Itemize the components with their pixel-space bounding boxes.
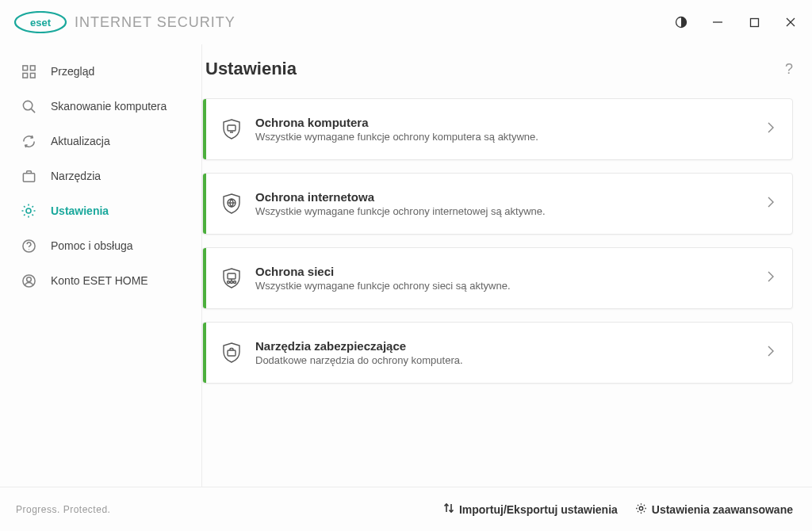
close-button[interactable] (783, 15, 798, 29)
shield-globe-icon (208, 192, 255, 216)
sidebar-item-overview[interactable]: Przegląd (0, 54, 201, 89)
minimize-button[interactable] (710, 15, 725, 29)
card-title: Ochrona sieci (255, 265, 767, 278)
card-title: Ochrona komputera (255, 116, 767, 129)
brand: eset INTERNET SECURITY (14, 11, 236, 33)
card-title: Narzędzia zabezpieczające (255, 339, 767, 353)
search-icon (21, 98, 36, 114)
app-window: eset INTERNET SECURITY Przegląd Skanowan… (0, 0, 812, 531)
sidebar-item-settings[interactable]: Ustawienia (0, 193, 201, 228)
briefcase-icon (21, 168, 36, 184)
chevron-right-icon (767, 345, 775, 361)
sidebar-item-help[interactable]: Pomoc i obsługa (0, 228, 201, 263)
svg-rect-8 (30, 65, 35, 70)
import-export-label: Importuj/Eksportuj ustawienia (459, 503, 618, 516)
card-subtitle: Wszystkie wymagane funkcje ochrony kompu… (255, 131, 767, 143)
sidebar-item-label: Narzędzia (51, 170, 101, 182)
window-controls (674, 15, 798, 29)
user-icon (21, 273, 36, 288)
eset-logo: eset (14, 11, 67, 33)
sidebar-item-update[interactable]: Aktualizacja (0, 124, 201, 159)
card-internet-protection[interactable]: Ochrona internetowa Wszystkie wymagane f… (202, 173, 793, 235)
body: Przegląd Skanowanie komputera Aktualizac… (0, 44, 812, 487)
title-bar: eset INTERNET SECURITY (0, 0, 812, 44)
svg-rect-9 (22, 73, 27, 78)
refresh-icon (21, 133, 36, 149)
card-subtitle: Wszystkie wymagane funkcje ochrony sieci… (255, 280, 767, 292)
import-export-button[interactable]: Importuj/Eksportuj ustawienia (443, 502, 618, 517)
card-network-protection[interactable]: Ochrona sieci Wszystkie wymagane funkcje… (202, 247, 793, 309)
chevron-right-icon (767, 270, 775, 286)
card-subtitle: Dodatkowe narzędzia do ochrony komputera… (255, 354, 767, 366)
import-export-icon (443, 502, 454, 516)
main-panel: Ustawienia ? Ochrona komputera Wszystkie… (201, 44, 812, 487)
svg-text:eset: eset (30, 17, 52, 29)
contrast-icon[interactable] (674, 15, 688, 29)
page-title: Ustawienia (205, 59, 297, 79)
shield-briefcase-icon (208, 341, 255, 365)
sidebar-item-tools[interactable]: Narzędzia (0, 159, 201, 193)
sidebar-item-label: Pomoc i obsługa (51, 239, 133, 252)
footer-actions: Importuj/Eksportuj ustawienia Ustawienia… (443, 502, 793, 517)
svg-line-12 (31, 109, 35, 113)
svg-rect-4 (750, 18, 758, 26)
chevron-right-icon (767, 196, 775, 212)
chevron-right-icon (767, 121, 775, 137)
svg-rect-13 (23, 173, 34, 181)
page-header: Ustawienia ? (202, 59, 793, 79)
tagline: Progress. Protected. (16, 504, 110, 515)
card-title: Ochrona internetowa (255, 190, 767, 204)
svg-point-14 (26, 208, 31, 213)
svg-point-16 (28, 249, 29, 250)
card-security-tools[interactable]: Narzędzia zabezpieczające Dodatkowe narz… (202, 322, 793, 384)
svg-point-27 (234, 281, 236, 284)
shield-network-icon (208, 266, 255, 290)
card-computer-protection[interactable]: Ochrona komputera Wszystkie wymagane fun… (202, 98, 793, 160)
card-body: Narzędzia zabezpieczające Dodatkowe narz… (255, 339, 767, 366)
svg-rect-7 (22, 65, 27, 70)
sidebar-item-scan[interactable]: Skanowanie komputera (0, 89, 201, 124)
maximize-button[interactable] (747, 15, 761, 29)
svg-rect-23 (228, 273, 236, 279)
card-body: Ochrona komputera Wszystkie wymagane fun… (255, 116, 767, 143)
page-help-icon[interactable]: ? (785, 61, 793, 78)
card-body: Ochrona internetowa Wszystkie wymagane f… (255, 190, 767, 217)
svg-point-26 (231, 281, 233, 284)
help-icon (21, 238, 36, 254)
sidebar-item-label: Przegląd (51, 65, 94, 78)
sidebar-item-label: Skanowanie komputera (51, 100, 167, 113)
svg-point-11 (23, 101, 32, 109)
sidebar-item-label: Ustawienia (51, 204, 109, 217)
sidebar-item-label: Aktualizacja (51, 135, 110, 147)
card-subtitle: Wszystkie wymagane funkcje ochrony inter… (255, 205, 767, 217)
shield-monitor-icon (208, 117, 255, 141)
advanced-settings-label: Ustawienia zaawansowane (652, 503, 793, 516)
sidebar: Przegląd Skanowanie komputera Aktualizac… (0, 44, 201, 487)
gear-icon (21, 203, 36, 219)
svg-rect-19 (228, 125, 236, 131)
svg-rect-10 (30, 73, 35, 78)
svg-point-31 (639, 506, 643, 510)
overview-icon (21, 63, 36, 79)
footer: Progress. Protected. Importuj/Eksportuj … (0, 487, 812, 531)
svg-rect-28 (228, 350, 236, 356)
product-name: INTERNET SECURITY (75, 14, 236, 31)
advanced-settings-button[interactable]: Ustawienia zaawansowane (635, 502, 793, 517)
sidebar-item-label: Konto ESET HOME (51, 274, 148, 287)
gear-icon (635, 502, 647, 517)
card-body: Ochrona sieci Wszystkie wymagane funkcje… (255, 265, 767, 292)
sidebar-item-account[interactable]: Konto ESET HOME (0, 263, 201, 298)
settings-cards: Ochrona komputera Wszystkie wymagane fun… (202, 98, 793, 384)
svg-point-18 (26, 277, 31, 281)
svg-point-25 (228, 281, 230, 284)
